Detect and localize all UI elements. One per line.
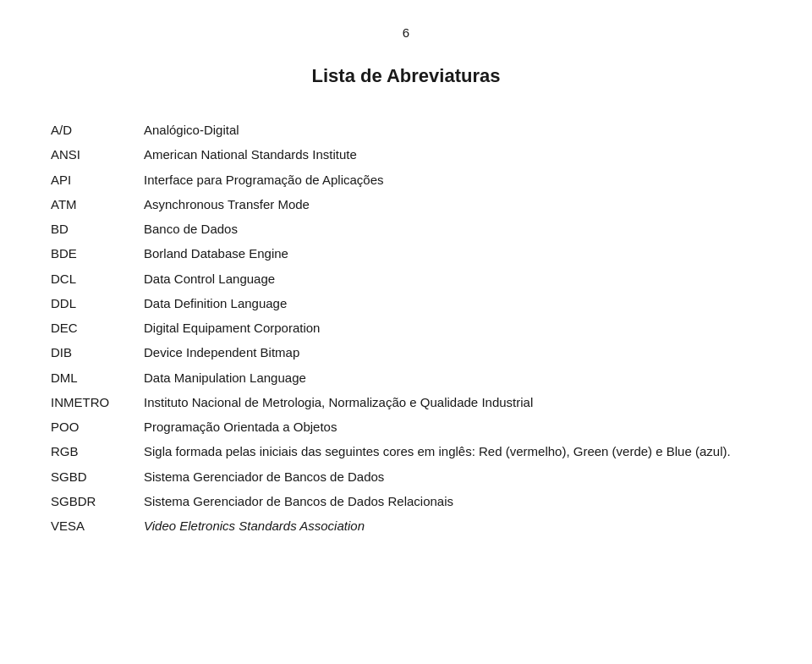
page-number: 6 <box>51 25 761 40</box>
table-row: POOProgramação Orientada a Objetos <box>51 414 761 439</box>
abbreviation-abbr: DEC <box>51 316 144 340</box>
abbreviation-definition: Programação Orientada a Objetos <box>144 414 761 439</box>
abbreviation-abbr: VESA <box>51 513 144 538</box>
abbreviation-definition: American National Standards Institute <box>144 142 761 167</box>
abbreviation-abbr: RGB <box>51 439 144 464</box>
abbreviation-definition: Data Control Language <box>144 266 761 291</box>
abbreviation-abbr: DML <box>51 365 144 390</box>
abbreviation-definition: Sistema Gerenciador de Bancos de Dados <box>144 464 761 489</box>
table-row: ANSIAmerican National Standards Institut… <box>51 142 761 167</box>
abbreviation-abbr: DIB <box>51 340 144 365</box>
abbreviation-abbr: BDE <box>51 241 144 266</box>
table-row: BDBanco de Dados <box>51 217 761 241</box>
table-row: ATMAsynchronous Transfer Mode <box>51 192 761 217</box>
abbreviation-definition: Interface para Programação de Aplicações <box>144 167 761 192</box>
page-title: Lista de Abreviaturas <box>51 65 761 87</box>
table-row: SGBDRSistema Gerenciador de Bancos de Da… <box>51 489 761 513</box>
abbreviation-abbr: BD <box>51 217 144 241</box>
table-row: INMETROInstituto Nacional de Metrologia,… <box>51 390 761 414</box>
table-row: BDEBorland Database Engine <box>51 241 761 266</box>
table-row: RGBSigla formada pelas iniciais das segu… <box>51 439 761 464</box>
abbreviation-definition: Digital Equipament Corporation <box>144 316 761 340</box>
table-row: DDLData Definition Language <box>51 291 761 316</box>
abbreviation-abbr: DDL <box>51 291 144 316</box>
abbreviation-abbr: ATM <box>51 192 144 217</box>
table-row: DIBDevice Independent Bitmap <box>51 340 761 365</box>
abbreviation-definition: Data Definition Language <box>144 291 761 316</box>
abbreviation-abbr: DCL <box>51 266 144 291</box>
abbreviation-definition: Instituto Nacional de Metrologia, Normal… <box>144 390 761 414</box>
abbreviation-definition: Asynchronous Transfer Mode <box>144 192 761 217</box>
abbreviation-definition: Video Eletronics Standards Association <box>144 513 761 538</box>
table-row: DECDigital Equipament Corporation <box>51 316 761 340</box>
abbreviation-abbr: ANSI <box>51 142 144 167</box>
abbreviation-table: A/DAnalógico-DigitalANSIAmerican Nationa… <box>51 118 761 538</box>
abbreviation-definition: Banco de Dados <box>144 217 761 241</box>
abbreviation-definition: Data Manipulation Language <box>144 365 761 390</box>
abbreviation-abbr: INMETRO <box>51 390 144 414</box>
abbreviation-abbr: API <box>51 167 144 192</box>
abbreviation-definition: Sistema Gerenciador de Bancos de Dados R… <box>144 489 761 513</box>
abbreviation-abbr: POO <box>51 414 144 439</box>
abbreviation-definition: Device Independent Bitmap <box>144 340 761 365</box>
abbreviation-abbr: SGBD <box>51 464 144 489</box>
table-row: A/DAnalógico-Digital <box>51 118 761 142</box>
table-row: DCLData Control Language <box>51 266 761 291</box>
abbreviation-definition: Analógico-Digital <box>144 118 761 142</box>
abbreviation-definition: Borland Database Engine <box>144 241 761 266</box>
table-row: APIInterface para Programação de Aplicaç… <box>51 167 761 192</box>
table-row: VESAVideo Eletronics Standards Associati… <box>51 513 761 538</box>
abbreviation-definition: Sigla formada pelas iniciais das seguint… <box>144 439 761 464</box>
table-row: DMLData Manipulation Language <box>51 365 761 390</box>
abbreviation-abbr: A/D <box>51 118 144 142</box>
table-row: SGBDSistema Gerenciador de Bancos de Dad… <box>51 464 761 489</box>
abbreviation-abbr: SGBDR <box>51 489 144 513</box>
